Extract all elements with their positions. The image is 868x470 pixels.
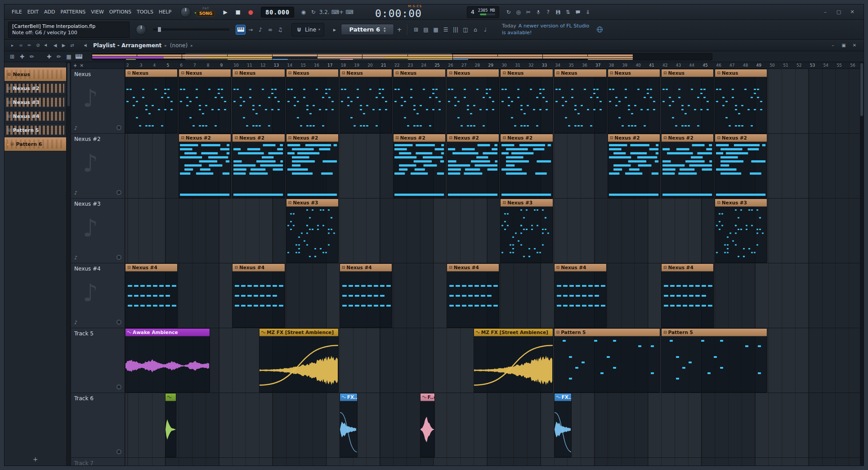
clip-mz-fx-street-ambience-[interactable]: MZ FX [Street Ambience] bbox=[259, 328, 339, 393]
mute-icon[interactable] bbox=[42, 41, 51, 50]
clip-nexus-4[interactable]: ⊟Nexus #4 bbox=[554, 263, 607, 328]
track-arm-led[interactable] bbox=[116, 320, 121, 325]
menu-view[interactable]: VIEW bbox=[88, 7, 107, 17]
clip-nexus[interactable]: ⊟Nexus bbox=[179, 69, 231, 133]
clip-nexus-2[interactable]: ⊟Nexus #2 bbox=[447, 134, 499, 198]
sync-icon[interactable]: ↻ bbox=[504, 7, 514, 17]
clip-nexus-3[interactable]: ⊟Nexus #3 bbox=[715, 199, 767, 263]
save-icon[interactable] bbox=[553, 7, 563, 17]
arrangement-name[interactable]: (none) bbox=[170, 42, 188, 49]
lanes-wrap[interactable]: ⊟Nexus⊟Nexus⊟Nexus⊟Nexus⊟Nexus⊟Nexus⊟Nex… bbox=[125, 69, 860, 465]
draw-tool-icon[interactable]: ✚ bbox=[44, 52, 54, 62]
pattern-picker-icon[interactable]: ⊞ bbox=[411, 25, 421, 35]
touch-keyboard-icon[interactable]: ♩ bbox=[480, 25, 490, 35]
pencil-tool-icon[interactable]: ✏ bbox=[27, 52, 37, 62]
clip-nexus-4[interactable]: ⊟Nexus #4 bbox=[661, 263, 714, 328]
play-button[interactable]: ▶ bbox=[219, 7, 231, 17]
record-button[interactable]: ● bbox=[245, 7, 256, 17]
close-button[interactable]: ✕ bbox=[849, 42, 860, 49]
clip-nexus[interactable]: ⊟Nexus bbox=[447, 69, 499, 133]
track-arm-led[interactable] bbox=[116, 190, 121, 195]
slider-handle[interactable] bbox=[157, 27, 161, 32]
track-lane-5[interactable]: Awake AmbienceMZ FX [Street Ambience]MZ … bbox=[125, 328, 860, 393]
link-icon[interactable]: ∞ bbox=[265, 25, 275, 35]
track-header-track-6[interactable]: Track 6 bbox=[71, 393, 125, 458]
pattern-item-pattern-6[interactable]: ▸⊟Pattern 6 bbox=[4, 137, 66, 151]
swap-icon[interactable]: ⇄ bbox=[68, 41, 76, 50]
snap-value[interactable]: Line bbox=[305, 27, 316, 33]
stop-button[interactable]: ■ bbox=[232, 7, 244, 17]
add-pattern-button[interactable]: + bbox=[395, 25, 403, 34]
pattern-item-nexus-2[interactable]: ⊟Nexus #2 bbox=[4, 81, 66, 95]
plugin-picker-icon[interactable]: ⌂ bbox=[470, 25, 480, 35]
clip-f-e-[interactable]: F..e] bbox=[420, 393, 435, 457]
track-lane-4[interactable]: ⊟Nexus #4⊟Nexus #4⊟Nexus #4⊟Nexus #4⊟Nex… bbox=[125, 263, 860, 328]
update-notification[interactable]: TodayA newer version of FL Studio is ava… bbox=[502, 23, 592, 36]
clip-fx-[interactable]: FX..] bbox=[340, 393, 358, 457]
track-header-track-5[interactable]: Track 5 bbox=[71, 328, 125, 393]
track-lane-2[interactable]: ⊟Nexus #2⊟Nexus #2⊟Nexus #2⊟Nexus #2⊟Nex… bbox=[125, 134, 860, 199]
clip-pattern-5[interactable]: ⊟Pattern 5 bbox=[661, 328, 767, 393]
clip-awake-ambience[interactable]: Awake Ambience bbox=[125, 328, 210, 393]
menu-help[interactable]: HELP bbox=[156, 7, 174, 17]
clip-nexus[interactable]: ⊟Nexus bbox=[608, 69, 660, 133]
typing-keyboard-icon[interactable]: ⌨ bbox=[345, 7, 354, 17]
pattern-arrow-icon[interactable]: ▸ bbox=[330, 25, 340, 35]
draw-icon[interactable]: ✏ bbox=[25, 41, 34, 50]
clip-nexus[interactable]: ⊟Nexus bbox=[393, 69, 446, 133]
close-button[interactable]: ✕ bbox=[846, 8, 859, 17]
wait-icon[interactable]: ◉ bbox=[299, 7, 309, 17]
clip-nexus-2[interactable]: ⊟Nexus #2 bbox=[500, 134, 553, 198]
clip-nexus-2[interactable]: ⊟Nexus #2 bbox=[179, 134, 231, 198]
song-overview-scrollbar[interactable] bbox=[92, 53, 712, 60]
playlist-vertical-scrollbar[interactable] bbox=[860, 62, 864, 465]
globe-icon[interactable] bbox=[595, 25, 604, 35]
clip-nexus-4[interactable]: ⊟Nexus #4 bbox=[125, 263, 178, 328]
song-label[interactable]: SONG bbox=[197, 11, 215, 17]
clip-nexus-2[interactable]: ⊟Nexus #2 bbox=[393, 134, 446, 198]
loop-record-icon[interactable]: ↻ bbox=[309, 7, 318, 17]
menu-options[interactable]: OPTIONS bbox=[107, 7, 134, 17]
track-header-nexus-3[interactable]: Nexus #3♪♪ bbox=[71, 199, 125, 263]
pattern-item-nexus-3[interactable]: ⊟Nexus #3 bbox=[4, 95, 66, 109]
pattern-steppers[interactable]: ▲ ▼ bbox=[384, 27, 386, 32]
clip-nexus[interactable]: ⊟Nexus bbox=[661, 69, 714, 133]
clip-nexus-4[interactable]: ⊟Nexus #4 bbox=[232, 263, 285, 328]
clip-pattern-5[interactable]: ⊟Pattern 5 bbox=[554, 328, 660, 393]
track-header-nexus[interactable]: Nexus♪♪ bbox=[71, 69, 125, 134]
track-header-nexus-4[interactable]: Nexus #4♪♪ bbox=[71, 263, 125, 328]
playlist-icon[interactable]: ☰ bbox=[441, 25, 451, 35]
clip-nexus[interactable]: ⊟Nexus bbox=[715, 69, 767, 133]
clip-nexus-4[interactable]: ⊟Nexus #4 bbox=[447, 263, 499, 328]
clip-nexus-2[interactable]: ⊟Nexus #2 bbox=[715, 134, 767, 198]
typing-keyboard-plus-icon[interactable]: ⌨+ bbox=[331, 7, 345, 17]
auto-scroll-icon[interactable]: → bbox=[246, 25, 255, 35]
main-pitch-slider[interactable] bbox=[153, 28, 229, 31]
clip-nexus-4[interactable]: ⊟Nexus #4 bbox=[340, 263, 392, 328]
mixer-icon[interactable]: ||| bbox=[451, 25, 461, 35]
next-icon[interactable]: ▶ bbox=[59, 41, 68, 50]
delete-button[interactable]: ✕ bbox=[80, 63, 83, 68]
prev-icon[interactable]: ◀ bbox=[51, 41, 59, 50]
pattern-item-pattern-5[interactable]: ⊟Pattern 5 bbox=[4, 123, 66, 137]
move-tool-icon[interactable]: ✚ bbox=[17, 52, 27, 62]
step-sequencer-icon[interactable]: ▤ bbox=[421, 25, 431, 35]
piano-roll-icon[interactable]: ▦ bbox=[431, 25, 441, 35]
playlist-titlebar[interactable]: ▸∞✏⊘◀▶⇄ Playlist - Arrangement ▸ (none) … bbox=[4, 40, 864, 51]
clip-nexus[interactable]: ⊟Nexus bbox=[500, 69, 553, 133]
overdub-icon[interactable]: ♫ bbox=[275, 25, 285, 35]
clip-nexus-2[interactable]: ⊟Nexus #2 bbox=[286, 134, 339, 198]
maximize-button[interactable]: ▢ bbox=[832, 8, 846, 17]
menu-tools[interactable]: TOOLS bbox=[134, 7, 156, 17]
clip-mz-fx-street-ambience-[interactable]: MZ FX [Street Ambience] bbox=[474, 328, 553, 393]
clip-nexus[interactable]: ⊟Nexus bbox=[340, 69, 392, 133]
shuffle-knob[interactable] bbox=[180, 7, 191, 18]
scrollbar-thumb[interactable] bbox=[67, 63, 70, 106]
menu-patterns[interactable]: PATTERNS bbox=[58, 7, 89, 17]
pattern-selector[interactable]: Pattern 6 ▲ ▼ bbox=[341, 24, 394, 35]
center-icon[interactable]: ◎ bbox=[514, 7, 523, 17]
clip-nexus-2[interactable]: ⊟Nexus #2 bbox=[661, 134, 714, 198]
pattern-list-scrollbar[interactable] bbox=[67, 62, 71, 465]
clip-nexus[interactable]: ⊟Nexus bbox=[286, 69, 339, 133]
track-header-nexus-2[interactable]: Nexus #2♪♪ bbox=[71, 134, 125, 199]
